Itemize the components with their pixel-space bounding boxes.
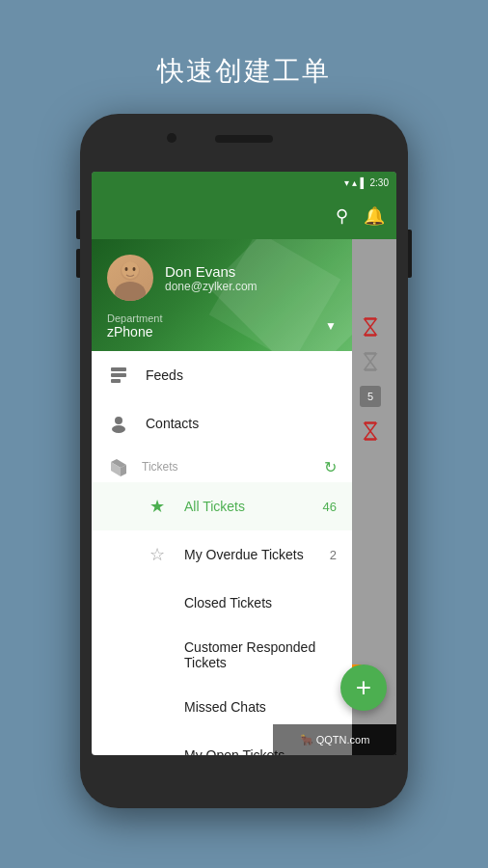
customer-responded-icon (146, 643, 169, 666)
closed-icon (146, 591, 169, 614)
svg-point-8 (115, 417, 122, 424)
drawer-header: Don Evans done@zylker.com Department zPh… (92, 239, 352, 351)
phone-speaker (215, 135, 273, 143)
menu-item-feeds[interactable]: Feeds (92, 351, 352, 399)
vol-up-button (76, 210, 80, 239)
svg-rect-5 (111, 367, 126, 371)
vol-down-button (76, 249, 80, 278)
all-tickets-badge: 46 (323, 500, 337, 514)
phone-screen: ▾ ▴ ▌ 2:30 ⚲ 🔔 (92, 172, 396, 755)
feeds-icon (107, 364, 130, 387)
star-filled-icon: ★ (146, 495, 169, 518)
battery-icon: ▌ (360, 177, 366, 188)
missed-chats-label: Missed Chats (184, 699, 337, 715)
department-value: zPhone (107, 324, 162, 339)
tickets-section: Tickets ↻ (92, 448, 352, 482)
notification-icon[interactable]: 🔔 (364, 205, 385, 227)
fab-button[interactable]: + (340, 665, 387, 711)
time-display: 2:30 (370, 177, 389, 188)
svg-rect-7 (111, 379, 121, 383)
menu-item-contacts[interactable]: Contacts (92, 399, 352, 448)
wifi-icon: ▾ (344, 177, 349, 188)
overdue-icon-2 (360, 351, 381, 372)
page-title: 快速创建工单 (157, 53, 331, 90)
tickets-section-label: Tickets (142, 460, 178, 474)
menu-item-closed[interactable]: Closed Tickets (92, 579, 352, 627)
status-bar: ▾ ▴ ▌ 2:30 (92, 172, 396, 193)
phone-mockup: ▾ ▴ ▌ 2:30 ⚲ 🔔 (80, 114, 408, 808)
app-bar: ⚲ 🔔 (92, 193, 396, 239)
svg-point-9 (112, 425, 125, 433)
overdue-label: My Overdue Tickets (184, 547, 314, 562)
department-row[interactable]: Department zPhone ▼ (107, 312, 337, 351)
watermark: 🐂 QQTN.com (273, 724, 396, 755)
all-tickets-label: All Tickets (184, 499, 308, 514)
feeds-label: Feeds (146, 367, 337, 383)
department-label: Department (107, 312, 162, 324)
department-info: Department zPhone (107, 312, 162, 339)
menu-item-customer-responded[interactable]: Customer Responded Tickets (92, 627, 352, 683)
contacts-label: Contacts (146, 416, 337, 431)
user-details: Don Evans done@zylker.com (165, 263, 258, 293)
search-icon[interactable]: ⚲ (336, 205, 348, 227)
closed-label: Closed Tickets (184, 595, 337, 610)
menu-item-all-tickets[interactable]: ★ All Tickets 46 (92, 482, 352, 530)
svg-point-1 (115, 282, 146, 301)
my-open-icon (146, 744, 169, 755)
customer-responded-label: Customer Responded Tickets (184, 639, 337, 670)
svg-rect-6 (111, 373, 126, 377)
watermark-text: 🐂 QQTN.com (300, 734, 370, 746)
menu-item-overdue[interactable]: ☆ My Overdue Tickets 2 (92, 530, 352, 579)
power-button (408, 230, 412, 278)
avatar-image (107, 255, 153, 301)
signal-icon: ▴ (352, 177, 357, 188)
user-email: done@zylker.com (165, 280, 258, 293)
status-icons: ▾ ▴ ▌ 2:30 (344, 177, 389, 188)
avatar (107, 255, 153, 301)
star-outline-icon: ☆ (146, 543, 169, 566)
svg-point-4 (133, 267, 136, 271)
user-name: Don Evans (165, 263, 258, 280)
menu-section: Feeds Contacts (92, 351, 352, 755)
fab-plus-icon: + (356, 674, 371, 701)
tickets-icon (107, 455, 130, 478)
missed-chats-icon (146, 695, 169, 719)
contacts-icon (107, 412, 130, 435)
drawer: Don Evans done@zylker.com Department zPh… (92, 239, 352, 755)
refresh-icon[interactable]: ↻ (324, 458, 337, 476)
overdue-icon-3 (360, 420, 381, 442)
phone-camera (167, 133, 176, 143)
overdue-icon-1 (360, 316, 381, 338)
user-info: Don Evans done@zylker.com (107, 255, 337, 312)
svg-point-3 (125, 267, 128, 271)
count-badge: 5 (360, 386, 381, 407)
overdue-badge: 2 (330, 548, 337, 562)
dropdown-arrow-icon[interactable]: ▼ (325, 319, 337, 333)
right-indicators: 5 (360, 316, 381, 442)
